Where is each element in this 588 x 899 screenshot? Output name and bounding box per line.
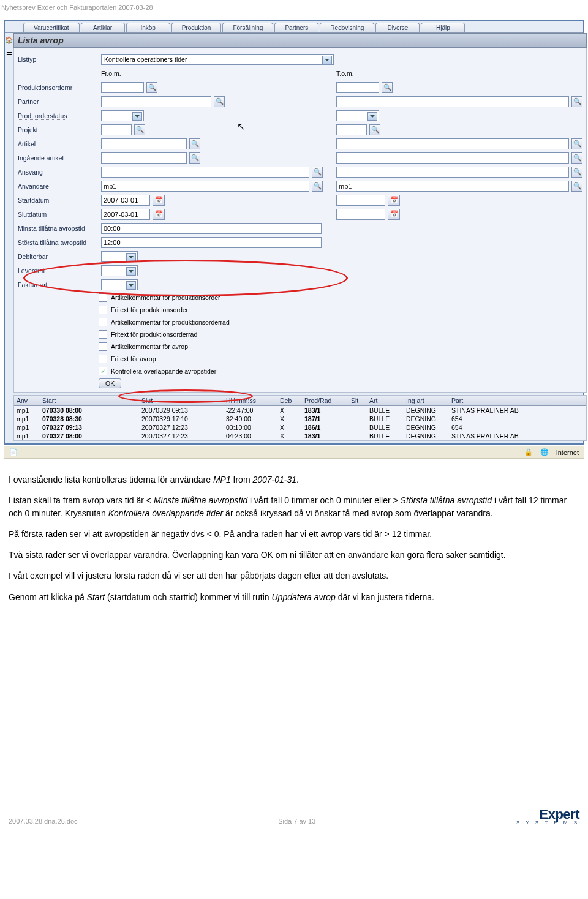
checkbox[interactable] xyxy=(99,306,107,314)
lookup-icon[interactable]: 🔍 xyxy=(571,181,582,192)
select-listtyp[interactable]: Kontrollera operationers tider xyxy=(101,54,334,65)
checkbox[interactable] xyxy=(99,293,107,302)
fakturerat-select[interactable] xyxy=(101,279,138,290)
lookup-icon[interactable]: 🔍 xyxy=(189,152,200,164)
ansvarig-from-input[interactable] xyxy=(101,167,309,178)
status-from-select[interactable] xyxy=(101,110,144,121)
anvandare-from-input[interactable] xyxy=(101,181,309,192)
label-anvandare: Användare xyxy=(18,182,99,190)
table-row[interactable]: mp1070328 08:3020070329 17:1032:40:00X18… xyxy=(14,415,586,423)
th-hms[interactable]: HH:mm:ss xyxy=(224,396,277,405)
th-slut[interactable]: Slut xyxy=(139,396,224,405)
lookup-icon[interactable]: 🔍 xyxy=(382,82,393,93)
ok-button[interactable]: OK xyxy=(99,378,121,388)
startdatum-to-input[interactable] xyxy=(336,195,385,206)
lookup-icon[interactable]: 🔍 xyxy=(214,96,225,107)
menu-artiklar[interactable]: Artiklar xyxy=(81,23,125,32)
maxtid-input[interactable] xyxy=(101,237,322,248)
podnr-to-input[interactable] xyxy=(336,82,379,93)
ingart-to-input[interactable] xyxy=(336,152,569,164)
table-row[interactable]: mp1070327 09:1320070327 12:2303:10:00X18… xyxy=(14,423,586,432)
label-from: Fr.o.m. xyxy=(101,70,121,77)
label-artikel: Artikel xyxy=(18,140,99,148)
th-anv[interactable]: Anv xyxy=(14,396,40,405)
checkbox[interactable] xyxy=(99,318,107,326)
lookup-icon[interactable]: 🔍 xyxy=(134,124,145,135)
calendar-icon[interactable]: 📅 xyxy=(388,209,400,220)
page-header: Nyhetsbrev Exder och Fakturaportalen 200… xyxy=(0,0,588,20)
th-prad[interactable]: Prod/Rad xyxy=(302,396,349,405)
menu-inkop[interactable]: Inköp xyxy=(126,23,170,32)
paragraph: I ovanstående lista kontrolleras tiderna… xyxy=(9,473,579,486)
menu-hjalp[interactable]: Hjälp xyxy=(421,23,465,32)
menu-redovisning[interactable]: Redovisning xyxy=(320,23,374,32)
anvandare-to-input[interactable] xyxy=(336,181,569,192)
levererat-select[interactable] xyxy=(101,265,138,276)
lock-icon: 🔒 xyxy=(524,448,533,456)
checkbox[interactable] xyxy=(99,330,107,339)
results-table: Anv Start Slut HH:mm:ss Deb Prod/Rad Slt… xyxy=(13,395,587,441)
checkbox-label: Artikelkommentar för avrop xyxy=(111,343,188,350)
menu-varucertifikat[interactable]: Varucertifikat xyxy=(23,23,80,32)
side-toolbar: 🏠 ☰ xyxy=(5,33,13,443)
label-startdatum: Startdatum xyxy=(18,197,99,204)
paragraph: Listan skall ta fram avrop vars tid är <… xyxy=(9,494,579,519)
lookup-icon[interactable]: 🔍 xyxy=(571,138,582,149)
lookup-icon[interactable]: 🔍 xyxy=(571,167,582,178)
partner-from-input[interactable] xyxy=(101,96,211,107)
table-header-row: Anv Start Slut HH:mm:ss Deb Prod/Rad Slt… xyxy=(14,396,586,406)
slutdatum-from-input[interactable] xyxy=(101,209,150,220)
menu-produktion[interactable]: Produktion xyxy=(172,23,222,32)
th-ing[interactable]: Ing art xyxy=(404,396,449,405)
lookup-icon[interactable]: 🔍 xyxy=(189,138,200,149)
select-listtyp-value: Kontrollera operationers tider xyxy=(104,56,187,63)
checkbox[interactable] xyxy=(99,355,107,363)
label-ingart: Ingående artikel xyxy=(18,154,99,162)
lookup-icon[interactable]: 🔍 xyxy=(312,167,323,178)
label-listtyp: Listtyp xyxy=(18,56,99,63)
menu-forsaljning[interactable]: Försäljning xyxy=(222,23,273,32)
th-deb[interactable]: Deb xyxy=(277,396,302,405)
menu-partners[interactable]: Partners xyxy=(274,23,318,32)
label-mintid: Minsta tillåtna avropstid xyxy=(18,225,99,232)
label-ansvarig: Ansvarig xyxy=(18,168,99,176)
home-icon[interactable]: 🏠 xyxy=(5,36,13,44)
calendar-icon[interactable]: 📅 xyxy=(153,209,165,220)
status-zone: Internet xyxy=(556,449,579,456)
artikel-from-input[interactable] xyxy=(101,138,187,149)
th-part[interactable]: Part xyxy=(449,396,586,405)
mintid-input[interactable] xyxy=(101,223,322,234)
calendar-icon[interactable]: 📅 xyxy=(153,195,165,206)
ansvarig-to-input[interactable] xyxy=(336,167,569,178)
lookup-icon[interactable]: 🔍 xyxy=(571,96,582,107)
projekt-from-input[interactable] xyxy=(101,124,132,135)
lookup-icon[interactable]: 🔍 xyxy=(571,152,582,164)
calendar-icon[interactable]: 📅 xyxy=(388,195,400,206)
slutdatum-to-input[interactable] xyxy=(336,209,385,220)
lookup-icon[interactable]: 🔍 xyxy=(146,82,157,93)
ingart-from-input[interactable] xyxy=(101,152,187,164)
status-to-select[interactable] xyxy=(336,110,379,121)
label-partner: Partner xyxy=(18,98,99,105)
artikel-to-input[interactable] xyxy=(336,138,569,149)
startdatum-from-input[interactable] xyxy=(101,195,150,206)
podnr-from-input[interactable] xyxy=(101,82,144,93)
lookup-icon[interactable]: 🔍 xyxy=(369,124,380,135)
brand-logo: Expert S Y S T E M S xyxy=(516,808,579,825)
table-row[interactable]: mp1070330 08:0020070329 09:13-22:47:00X1… xyxy=(14,406,586,415)
checkbox[interactable] xyxy=(99,342,107,351)
menu-bar: Varucertifikat Artiklar Inköp Produktion… xyxy=(5,21,583,33)
checkbox-label: Fritext för produktionsorder xyxy=(111,306,188,314)
label-slutdatum: Slutdatum xyxy=(18,211,99,218)
th-start[interactable]: Start xyxy=(40,396,139,405)
th-art[interactable]: Art xyxy=(367,396,404,405)
menu-diverse[interactable]: Diverse xyxy=(375,23,420,32)
projekt-to-input[interactable] xyxy=(336,124,367,135)
th-slt[interactable]: Slt xyxy=(349,396,367,405)
partner-to-input[interactable] xyxy=(336,96,569,107)
list-icon[interactable]: ☰ xyxy=(5,48,13,56)
table-row[interactable]: mp1070327 08:0020070327 12:2304:23:00X18… xyxy=(14,432,586,440)
debiterbar-select[interactable] xyxy=(101,251,138,262)
lookup-icon[interactable]: 🔍 xyxy=(312,181,323,192)
checkbox[interactable]: ✓ xyxy=(99,367,107,375)
